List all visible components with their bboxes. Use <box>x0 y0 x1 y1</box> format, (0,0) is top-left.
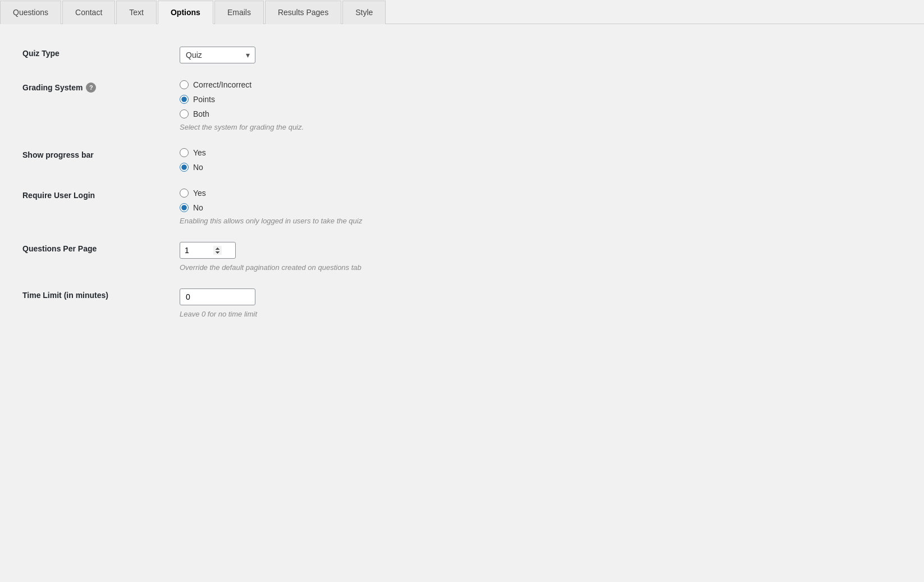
questions-per-page-input-wrapper <box>180 242 236 259</box>
tab-style[interactable]: Style <box>342 1 386 24</box>
login-yes-item: Yes <box>180 189 902 198</box>
questions-per-page-row: Questions Per Page Override the default … <box>22 242 902 272</box>
progress-bar-row: Show progress bar Yes No <box>22 148 902 172</box>
progress-bar-control: Yes No <box>180 148 902 172</box>
quiz-type-control: Quiz Survey Assessment <box>180 47 902 63</box>
tab-contact[interactable]: Contact <box>62 1 115 24</box>
tab-questions[interactable]: Questions <box>0 1 61 24</box>
user-login-label: Require User Login <box>22 189 180 200</box>
tab-options[interactable]: Options <box>158 1 213 24</box>
user-login-row: Require User Login Yes No Enabling this … <box>22 189 902 225</box>
grading-system-row: Grading System ? Correct/Incorrect Point… <box>22 80 902 131</box>
grading-correct-incorrect-label[interactable]: Correct/Incorrect <box>193 80 251 89</box>
progress-bar-radio-group: Yes No <box>180 148 902 172</box>
time-limit-label: Time Limit (in minutes) <box>22 288 180 300</box>
grading-points-label[interactable]: Points <box>193 95 215 104</box>
grading-system-help-icon[interactable]: ? <box>86 83 96 93</box>
grading-correct-incorrect-item: Correct/Incorrect <box>180 80 902 89</box>
grading-points-radio[interactable] <box>180 95 189 104</box>
grading-system-hint: Select the system for grading the quiz. <box>180 123 902 131</box>
grading-system-label: Grading System ? <box>22 80 180 93</box>
user-login-radio-group: Yes No <box>180 189 902 212</box>
questions-per-page-label: Questions Per Page <box>22 242 180 253</box>
tab-text[interactable]: Text <box>116 1 157 24</box>
progress-yes-label[interactable]: Yes <box>193 148 206 157</box>
progress-yes-item: Yes <box>180 148 902 157</box>
time-limit-hint: Leave 0 for no time limit <box>180 310 902 318</box>
user-login-control: Yes No Enabling this allows only logged … <box>180 189 902 225</box>
quiz-type-select-wrapper: Quiz Survey Assessment <box>180 47 255 63</box>
time-limit-control: Leave 0 for no time limit <box>180 288 902 318</box>
tab-emails[interactable]: Emails <box>214 1 264 24</box>
questions-per-page-hint: Override the default pagination created … <box>180 263 902 272</box>
progress-no-radio[interactable] <box>180 163 189 172</box>
quiz-type-select[interactable]: Quiz Survey Assessment <box>180 47 255 63</box>
grading-both-radio[interactable] <box>180 109 189 118</box>
grading-points-item: Points <box>180 95 902 104</box>
questions-per-page-input[interactable] <box>180 242 236 259</box>
progress-bar-label: Show progress bar <box>22 148 180 159</box>
grading-system-control: Correct/Incorrect Points Both Select the… <box>180 80 902 131</box>
login-yes-radio[interactable] <box>180 189 189 198</box>
progress-no-item: No <box>180 163 902 172</box>
grading-correct-incorrect-radio[interactable] <box>180 80 189 89</box>
quiz-type-row: Quiz Type Quiz Survey Assessment <box>22 47 902 63</box>
login-no-item: No <box>180 203 902 212</box>
time-limit-input[interactable] <box>180 288 255 305</box>
quiz-type-label: Quiz Type <box>22 47 180 58</box>
grading-system-radio-group: Correct/Incorrect Points Both <box>180 80 902 118</box>
grading-both-item: Both <box>180 109 902 118</box>
questions-per-page-control: Override the default pagination created … <box>180 242 902 272</box>
time-limit-row: Time Limit (in minutes) Leave 0 for no t… <box>22 288 902 318</box>
login-no-radio[interactable] <box>180 203 189 212</box>
login-yes-label[interactable]: Yes <box>193 189 206 198</box>
options-content: Quiz Type Quiz Survey Assessment Grading… <box>0 24 924 563</box>
tab-results-pages[interactable]: Results Pages <box>265 1 341 24</box>
progress-yes-radio[interactable] <box>180 148 189 157</box>
progress-no-label[interactable]: No <box>193 163 203 172</box>
login-no-label[interactable]: No <box>193 203 203 212</box>
grading-both-label[interactable]: Both <box>193 109 209 118</box>
user-login-hint: Enabling this allows only logged in user… <box>180 217 902 225</box>
tab-bar: Questions Contact Text Options Emails Re… <box>0 0 924 24</box>
